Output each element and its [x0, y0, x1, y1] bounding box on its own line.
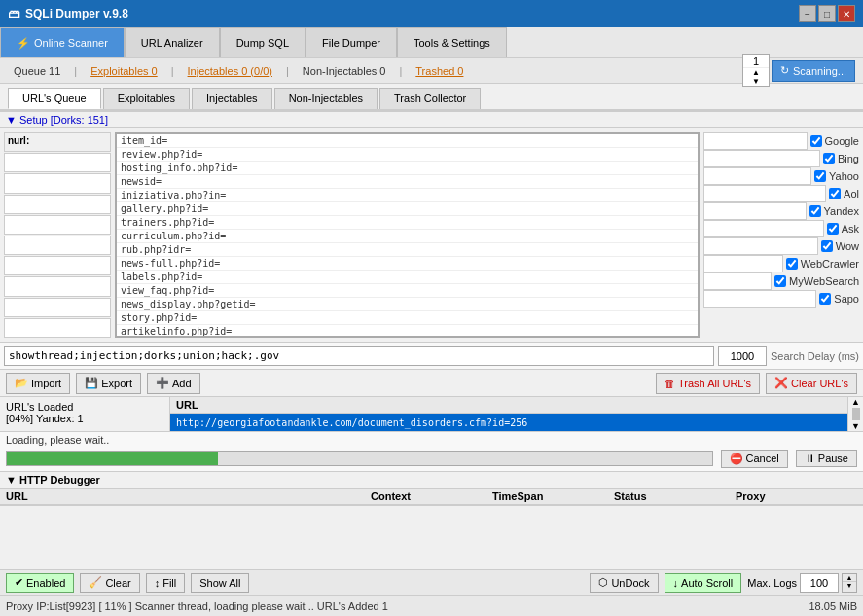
dork-item[interactable]: story.php?id= [117, 311, 698, 325]
setup-header[interactable]: ▼ Setup [Dorks: 151] [0, 111, 863, 128]
scan-spin-value[interactable]: 1 [743, 55, 769, 68]
spin-up[interactable]: ▲ [743, 68, 769, 77]
close-button[interactable]: ✕ [838, 5, 855, 22]
spin-down[interactable]: ▼ [743, 77, 769, 86]
engine-input-ask[interactable] [703, 220, 824, 237]
engine-input-yandex[interactable] [703, 202, 807, 220]
tab-tools-settings[interactable]: Tools & Settings [397, 27, 507, 57]
engine-checkbox-wow[interactable] [821, 240, 833, 252]
scroll-up-arrow[interactable]: ▲ [851, 397, 860, 407]
engine-label-wow: Wow [836, 240, 859, 252]
url-list-area: nurl: item_id=review.php?id=hosting_info… [0, 128, 863, 343]
pause-button[interactable]: ⏸ Pause [796, 450, 857, 467]
engine-checkbox-yandex[interactable] [809, 205, 821, 217]
url-cell-7[interactable] [4, 276, 111, 296]
engine-input-aol[interactable] [703, 185, 826, 202]
dork-item[interactable]: labels.php?id= [117, 271, 698, 284]
dork-item[interactable]: artikelinfo.php?id= [117, 325, 698, 337]
tab-dump-sql[interactable]: Dump SQL [220, 27, 306, 57]
engine-input-webcrawler[interactable] [703, 255, 783, 272]
add-button[interactable]: ➕ Add [147, 373, 200, 394]
engine-checkbox-google[interactable] [810, 135, 822, 147]
non-injectables-count[interactable]: Non-Injectables 0 [297, 63, 392, 79]
tab-file-dumper[interactable]: File Dumper [306, 27, 397, 57]
engine-input-mywebsearch[interactable] [703, 272, 772, 290]
engine-checkbox-bing[interactable] [823, 153, 835, 164]
auto-scroll-button[interactable]: ↓ Auto Scroll [665, 573, 742, 593]
exploitables-count[interactable]: Exploitables 0 [85, 63, 163, 79]
url-table-row[interactable]: http://georgiafootandankle.com/document_… [170, 414, 847, 431]
url-cell-9[interactable] [4, 318, 111, 338]
engine-checkbox-webcrawler[interactable] [786, 258, 798, 270]
url-cell-5[interactable] [4, 236, 111, 255]
engine-input-sapo[interactable] [703, 290, 816, 308]
engine-input-google[interactable] [703, 132, 808, 150]
dork-item[interactable]: gallery.php?id= [117, 202, 698, 216]
url-cell-8[interactable] [4, 298, 111, 317]
clear-urls-button[interactable]: ❌ Clear URL's [766, 373, 857, 394]
engine-checkbox-ask[interactable] [827, 223, 839, 235]
dork-item[interactable]: newsid= [117, 175, 698, 189]
engine-input-bing[interactable] [703, 150, 820, 167]
tab-trash-collector[interactable]: Trash Collector [379, 88, 481, 109]
export-button[interactable]: 💾 Export [76, 373, 141, 394]
scanning-button[interactable]: ↻ Scanning... [772, 60, 855, 82]
url-cell-6[interactable] [4, 256, 111, 275]
dork-item[interactable]: news_display.php?getid= [117, 298, 698, 311]
scroll-thumb[interactable] [852, 408, 860, 420]
dork-item[interactable]: item_id= [117, 134, 698, 148]
scroll-down-arrow[interactable]: ▼ [851, 421, 860, 431]
tab-urls-queue[interactable]: URL's Queue [8, 88, 101, 109]
right-scrollbar[interactable]: ▲ ▼ [847, 397, 863, 431]
minimize-button[interactable]: − [799, 5, 816, 22]
import-button[interactable]: 📂 Import [6, 373, 70, 394]
dork-item[interactable]: iniziativa.php?in= [117, 189, 698, 202]
tab-online-scanner[interactable]: ⚡ Online Scanner [0, 27, 125, 57]
url-cell-2[interactable] [4, 173, 111, 193]
logs-down[interactable]: ▼ [843, 582, 856, 589]
maximize-button[interactable]: □ [818, 5, 836, 22]
show-all-button[interactable]: Show All [191, 573, 249, 593]
tab-url-analizer[interactable]: URL Analizer [125, 27, 220, 57]
filter-count[interactable] [718, 346, 767, 366]
filter-bar: Search Delay (ms) [0, 343, 863, 370]
title-bar-controls: − □ ✕ [799, 5, 855, 22]
engine-checkbox-aol[interactable] [829, 188, 841, 199]
engine-checkbox-sapo[interactable] [819, 293, 831, 305]
tab-non-injectables[interactable]: Non-Injectables [274, 88, 378, 109]
engine-input-wow[interactable] [703, 237, 818, 255]
max-logs-input[interactable] [800, 573, 839, 593]
filter-input[interactable] [4, 346, 714, 366]
engine-checkbox-mywebsearch[interactable] [774, 275, 786, 287]
tab-bar: URL's Queue Exploitables Injectables Non… [0, 84, 863, 111]
clear-button[interactable]: 🧹 Clear [80, 573, 139, 593]
dork-item[interactable]: rub.php?idr= [117, 243, 698, 257]
enabled-button[interactable]: ✔ Enabled [6, 573, 74, 593]
undock-button[interactable]: ⬡ UnDock [590, 573, 658, 593]
collapse-icon: ▼ [6, 474, 17, 486]
dork-item[interactable]: curriculum.php?id= [117, 230, 698, 243]
tab-exploitables[interactable]: Exploitables [103, 88, 190, 109]
title-bar: 🗃 SQLi Dumper v.9.8 − □ ✕ [0, 0, 863, 27]
engine-label-google: Google [825, 135, 859, 147]
engine-checkbox-yahoo[interactable] [814, 170, 826, 182]
dork-item[interactable]: trainers.php?id= [117, 216, 698, 230]
dork-list[interactable]: item_id=review.php?id=hosting_info.php?i… [116, 133, 699, 337]
dork-item[interactable]: view_faq.php?id= [117, 284, 698, 298]
dork-item[interactable]: hosting_info.php?id= [117, 162, 698, 175]
trash-all-button[interactable]: 🗑 Trash All URL's [656, 373, 760, 394]
engine-input-yahoo[interactable] [703, 167, 811, 185]
url-cell-1[interactable] [4, 153, 111, 172]
url-cell-3[interactable] [4, 195, 111, 214]
fill-button[interactable]: ↕ Fill [146, 573, 186, 593]
trashed-count[interactable]: Trashed 0 [410, 63, 469, 79]
injectables-count[interactable]: Injectables 0 (0/0) [182, 63, 278, 79]
tab-injectables[interactable]: Injectables [192, 88, 272, 109]
engine-row: Yandex [703, 202, 859, 220]
cancel-button[interactable]: ⛔ Cancel [721, 450, 788, 468]
dork-item[interactable]: news-full.php?id= [117, 257, 698, 271]
progress-bar-container [6, 451, 713, 466]
logs-up[interactable]: ▲ [843, 574, 856, 582]
dork-item[interactable]: review.php?id= [117, 148, 698, 162]
url-cell-4[interactable] [4, 215, 111, 235]
